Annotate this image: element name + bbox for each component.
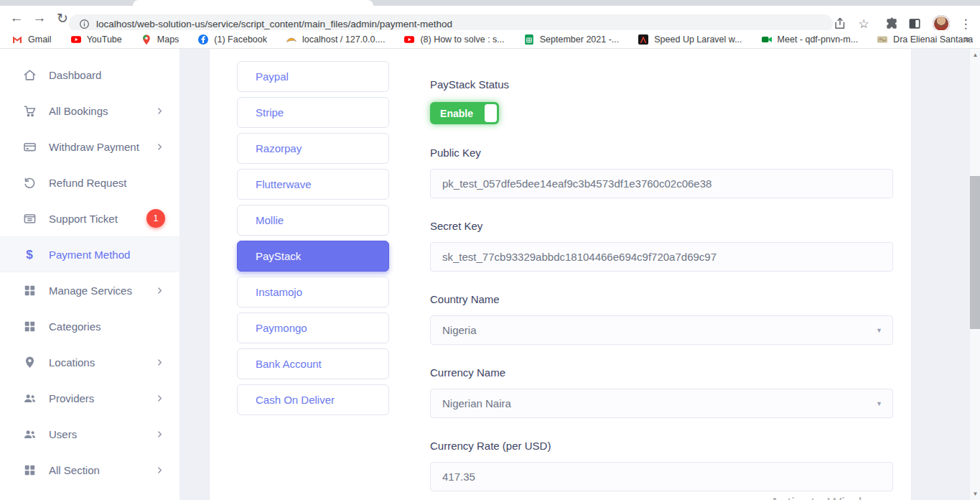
side-panel-icon[interactable] (907, 17, 922, 31)
scroll-up-icon[interactable]: ▲ (970, 52, 980, 58)
active-tab[interactable] (133, 0, 373, 6)
caret-down-icon: ▼ (876, 327, 882, 334)
bookmark-item[interactable]: September 2021 -... (523, 34, 619, 45)
page-scrollbar[interactable]: ▲ ▼ (969, 49, 980, 500)
sidebar-item-manage-services[interactable]: Manage Services (0, 272, 179, 308)
scroll-down-icon[interactable]: ▼ (970, 491, 980, 497)
sidebar-item-dashboard[interactable]: Dashboard (0, 57, 179, 93)
sidebar-item-users[interactable]: Users (0, 416, 179, 452)
chevron-right-icon (155, 430, 164, 439)
page-content: DashboardAll BookingsWithdraw PaymentRef… (0, 49, 980, 500)
bookmark-item[interactable]: (8) How to solve : s... (403, 34, 504, 45)
bookmark-item[interactable]: Speed Up Laravel w... (638, 34, 742, 45)
field-label: Currency Rate (per USD) (430, 440, 893, 452)
chevron-right-icon (155, 466, 164, 475)
sidebar-item-label: Refund Request (49, 177, 126, 189)
currency-name-select[interactable]: Nigerian Naira▼ (430, 389, 893, 418)
youtube-icon (403, 34, 415, 45)
sidebar-item-label: Providers (49, 392, 94, 404)
bookmark-item[interactable]: YouTube (70, 34, 122, 45)
share-icon[interactable] (833, 17, 847, 31)
field-group-country-name: Country NameNigeria▼ (430, 293, 893, 345)
sidebar-item-label: Users (49, 428, 77, 440)
sidebar-item-support-ticket[interactable]: Support Ticket1 (0, 200, 179, 236)
field-group-currency-rate-per-usd: Currency Rate (per USD)417.35 (430, 440, 893, 491)
status-toggle[interactable]: Enable (430, 102, 499, 124)
site-info-icon[interactable] (79, 19, 90, 29)
bookmarks-overflow-chevron[interactable]: » (964, 32, 970, 45)
country-name-select[interactable]: Nigeria▼ (430, 315, 893, 345)
paystack-form: PayStack Status Enable Public Keypk_test… (430, 78, 893, 500)
payment-method-paystack[interactable]: PayStack (237, 241, 389, 272)
sidebar-item-locations[interactable]: Locations (0, 344, 179, 380)
site-icon (877, 34, 888, 45)
payment-method-paypal[interactable]: Paypal (237, 61, 389, 92)
sidebar-item-label: Withdraw Payment (49, 141, 139, 153)
bookmark-item[interactable]: Dra Elienai Santana (877, 34, 973, 45)
sidebar-item-label: All Bookings (49, 105, 108, 117)
menu-dots-icon[interactable]: ⋮ (958, 17, 973, 31)
currency-rate-per-usd-input[interactable]: 417.35 (430, 462, 893, 491)
sheets-icon (523, 34, 535, 45)
meet-icon (761, 34, 773, 45)
payment-method-stripe[interactable]: Stripe (237, 97, 389, 128)
forward-button[interactable]: → (29, 6, 50, 30)
sidebar-item-refund-request[interactable]: Refund Request (0, 165, 179, 200)
chevron-right-icon (155, 286, 164, 295)
payment-method-bank-account[interactable]: Bank Account (237, 348, 389, 379)
sidebar-item-payment-method[interactable]: $Payment Method (0, 236, 179, 272)
chevron-right-icon (155, 394, 164, 403)
secret-key-input[interactable]: sk_test_77cb93329abbdc18104466e694c9f720… (430, 242, 893, 272)
bookmark-label: Speed Up Laravel w... (654, 34, 742, 45)
field-label: Secret Key (430, 220, 893, 232)
screen: ← → ↻ localhost/web-solution-us/service/… (0, 0, 980, 500)
payment-method-cash-on-deliver[interactable]: Cash On Deliver (237, 384, 389, 415)
payment-method-instamojo[interactable]: Instamojo (237, 277, 389, 307)
notification-badge: 1 (146, 209, 165, 228)
back-button[interactable]: ← (6, 6, 27, 30)
bookmark-star-icon[interactable]: ☆ (857, 17, 871, 31)
extensions-icon[interactable] (885, 17, 899, 31)
field-label: Country Name (430, 293, 893, 305)
sidebar-item-label: Locations (49, 356, 95, 369)
users-icon (22, 391, 37, 405)
pin-icon (22, 355, 37, 369)
bookmark-item[interactable]: (1) Facebook (197, 34, 267, 45)
sidebar-item-label: All Section (49, 464, 100, 476)
gmail-icon (11, 34, 23, 45)
sidebar-item-label: Manage Services (49, 284, 132, 297)
card-icon (22, 139, 37, 154)
payment-method-mollie[interactable]: Mollie (237, 205, 389, 236)
bookmark-item[interactable]: Meet - qdf-pnvn-m... (761, 34, 859, 45)
sidebar-item-all-section[interactable]: All Section (0, 452, 179, 488)
payment-method-razorpay[interactable]: Razorpay (237, 133, 389, 164)
bookmark-item[interactable]: Gmail (11, 34, 52, 45)
status-toggle-label: Enable (430, 102, 483, 124)
public-key-input[interactable]: pk_test_057dfe5dee14eaf9c3b4573df1e3760c… (430, 169, 893, 198)
url-text[interactable]: localhost/web-solution-us/service/script… (96, 19, 452, 29)
payment-method-card: PaypalStripeRazorpayFlutterwaveMolliePay… (209, 49, 912, 500)
bookmark-item[interactable]: Maps (141, 34, 179, 45)
sidebar-item-providers[interactable]: Providers (0, 380, 179, 416)
sidebar-item-label: Support Ticket (49, 213, 118, 225)
caret-down-icon: ▼ (876, 400, 882, 407)
sidebar-item-categories[interactable]: Categories (0, 308, 179, 344)
field-value: Nigeria (442, 324, 477, 336)
chevron-right-icon (155, 358, 164, 367)
maps-icon (141, 34, 152, 45)
browser-toolbar: ← → ↻ localhost/web-solution-us/service/… (0, 6, 980, 30)
sidebar-item-all-bookings[interactable]: All Bookings (0, 93, 179, 129)
field-value: 417.35 (442, 471, 475, 483)
facebook-icon (197, 34, 209, 45)
cart-icon (22, 103, 37, 118)
chevron-right-icon (155, 142, 164, 152)
bookmark-label: localhost / 127.0.0.... (302, 34, 385, 45)
refund-icon (22, 175, 37, 190)
payment-method-flutterwave[interactable]: Flutterwave (237, 169, 389, 200)
sidebar-item-withdraw-payment[interactable]: Withdraw Payment (0, 129, 179, 165)
home-icon (22, 68, 37, 82)
payment-method-paymongo[interactable]: Paymongo (237, 312, 389, 343)
scrollbar-thumb[interactable] (970, 176, 980, 329)
bookmark-item[interactable]: localhost / 127.0.0.... (286, 34, 385, 45)
grid-icon (22, 319, 37, 333)
